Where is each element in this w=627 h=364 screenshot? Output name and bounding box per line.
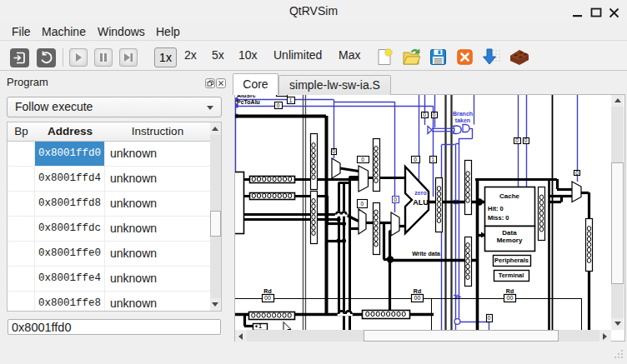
svg-text:ALU: ALU <box>413 198 429 207</box>
svg-text:1: 1 <box>258 323 262 329</box>
svg-text:Rd: Rd <box>414 288 421 294</box>
svg-text:0: 0 <box>360 201 364 207</box>
svg-text:Miss: 0: Miss: 0 <box>488 214 509 222</box>
svg-text:0: 0 <box>394 197 397 202</box>
svg-text:Branch: Branch <box>453 111 473 117</box>
svg-text:0: 0 <box>515 137 519 143</box>
svg-text:AluSrc: AluSrc <box>237 95 256 98</box>
svg-text:0: 0 <box>423 112 426 117</box>
svg-text:0: 0 <box>575 170 579 176</box>
svg-text:Terminal: Terminal <box>499 272 524 279</box>
svg-text:0: 0 <box>433 112 436 117</box>
svg-text:PcToAlu: PcToAlu <box>237 99 260 105</box>
svg-text:00: 00 <box>414 295 421 301</box>
svg-text:00: 00 <box>507 295 514 301</box>
svg-text:0: 0 <box>361 157 364 162</box>
svg-text:1: 1 <box>289 97 293 103</box>
svg-text:taken: taken <box>455 117 470 123</box>
svg-text:1: 1 <box>431 157 434 162</box>
svg-text:Rd: Rd <box>506 288 514 294</box>
svg-text:00: 00 <box>264 295 271 301</box>
svg-text:0: 0 <box>414 157 417 162</box>
svg-text:0: 0 <box>488 315 491 321</box>
svg-text:Data: Data <box>502 229 517 237</box>
svg-text:Hit: 0: Hit: 0 <box>488 205 504 212</box>
svg-text:Rd: Rd <box>263 288 271 294</box>
svg-text:0: 0 <box>332 148 335 154</box>
svg-text:Peripherals: Peripherals <box>494 257 529 264</box>
svg-text:Cache: Cache <box>499 192 520 200</box>
svg-text:0: 0 <box>524 137 528 143</box>
svg-text:Memory: Memory <box>497 237 523 244</box>
svg-text:zero: zero <box>414 190 426 196</box>
svg-text:0: 0 <box>277 102 280 108</box>
svg-text:Write data: Write data <box>412 251 440 257</box>
